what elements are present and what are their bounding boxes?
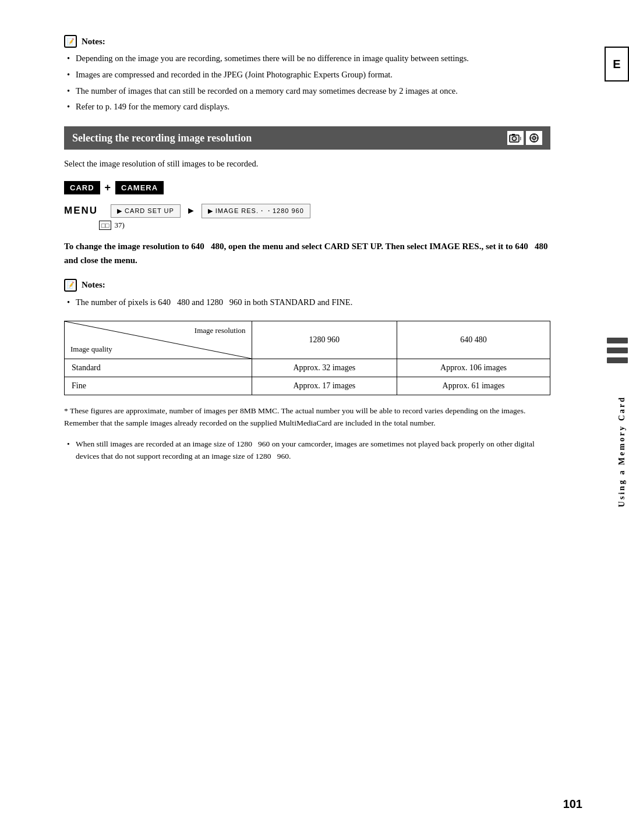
sidebar-line-2 <box>607 348 628 353</box>
notes-top-item-3: The number of images that can still be r… <box>64 85 550 98</box>
table-cell-fine-640: Approx. 61 images <box>397 377 550 395</box>
page-ref-text: 37) <box>115 221 125 229</box>
menu-row: MENU ▶ CARD SET UP ► ▶ IMAGE RES.・・1280 … <box>64 204 550 218</box>
camera-badge: CAMERA <box>115 181 164 194</box>
notes-bottom-list: The number of pixels is 640 480 and 1280… <box>64 296 550 309</box>
menu-label: MENU <box>64 205 98 217</box>
footnote-asterisk: * These figures are approximate, number … <box>64 405 550 430</box>
card-badge: CARD <box>64 181 100 194</box>
notes-top-section: 📝 Notes: Depending on the image you are … <box>64 35 550 114</box>
table-col2-header: 640 480 <box>397 321 550 359</box>
menu-arrow-divider: ► <box>186 205 196 216</box>
main-instruction-text: To change the image resolution to 640 48… <box>64 239 550 267</box>
menu-box-2: ▶ IMAGE RES.・・1280 960 <box>202 204 310 218</box>
menu-box-1: ▶ CARD SET UP <box>111 204 181 218</box>
description-text: Select the image resolution of still ima… <box>64 158 550 171</box>
section-header-text: Selecting the recording image resolution <box>72 132 252 144</box>
table-diagonal-header: Image resolution Image quality <box>65 321 252 359</box>
book-icon: □□ <box>99 221 111 230</box>
table-cell-standard-1280: Approx. 32 images <box>252 359 397 377</box>
sidebar-vertical-label: Using a Memory Card <box>617 396 627 507</box>
table-cell-standard-640: Approx. 106 images <box>397 359 550 377</box>
table-cell-fine-1280: Approx. 17 images <box>252 377 397 395</box>
page-container: E Using a Memory Card 📝 Notes: Depending… <box>0 0 629 840</box>
table-row-standard: Standard Approx. 32 images Approx. 106 i… <box>65 359 550 377</box>
camera-icon <box>507 131 524 145</box>
notes-top-title: Notes: <box>82 37 105 47</box>
right-sidebar: Using a Memory Card <box>600 0 629 840</box>
sidebar-decoration <box>607 338 628 363</box>
notes-bottom-icon: 📝 <box>64 279 77 292</box>
card-camera-row: CARD + CAMERA <box>64 181 550 194</box>
settings-icon <box>526 131 542 145</box>
svg-rect-2 <box>512 134 515 136</box>
notes-top-item-4: Refer to p. 149 for the memory card disp… <box>64 101 550 114</box>
content-area: 📝 Notes: Depending on the image you are … <box>64 35 550 463</box>
table-header-row: Image resolution Image quality 1280 960 … <box>65 321 550 359</box>
notes-bottom-item-1: The number of pixels is 640 480 and 1280… <box>64 296 550 309</box>
sidebar-line-3 <box>607 357 628 363</box>
svg-rect-3 <box>519 137 521 140</box>
section-header-icons <box>507 131 542 145</box>
image-data-table: Image resolution Image quality 1280 960 … <box>64 321 550 395</box>
plus-sign: + <box>105 182 111 194</box>
table-header-top: Image resolution <box>195 326 246 335</box>
footnote-bullet-1: When still images are recorded at an ima… <box>64 438 550 463</box>
table-col1-header: 1280 960 <box>252 321 397 359</box>
notes-top-list: Depending on the image you are recording… <box>64 52 550 114</box>
notes-icon: 📝 <box>64 35 77 48</box>
table-header-bottom: Image quality <box>70 345 112 354</box>
table-row-label-standard: Standard <box>65 359 252 377</box>
notes-bottom-section: 📝 Notes: The number of pixels is 640 480… <box>64 279 550 309</box>
page-number: 101 <box>563 798 582 811</box>
table-row-fine: Fine Approx. 17 images Approx. 61 images <box>65 377 550 395</box>
table-row-label-fine: Fine <box>65 377 252 395</box>
notes-bottom-title: Notes: <box>82 280 105 290</box>
notes-bottom-header: 📝 Notes: <box>64 279 550 292</box>
notes-top-header: 📝 Notes: <box>64 35 550 48</box>
notes-top-item-2: Images are compressed and recorded in th… <box>64 69 550 81</box>
page-reference: □□ 37) <box>99 221 550 230</box>
sidebar-line-1 <box>607 338 628 343</box>
section-header-bar: Selecting the recording image resolution <box>64 126 550 150</box>
notes-top-item-1: Depending on the image you are recording… <box>64 52 550 65</box>
